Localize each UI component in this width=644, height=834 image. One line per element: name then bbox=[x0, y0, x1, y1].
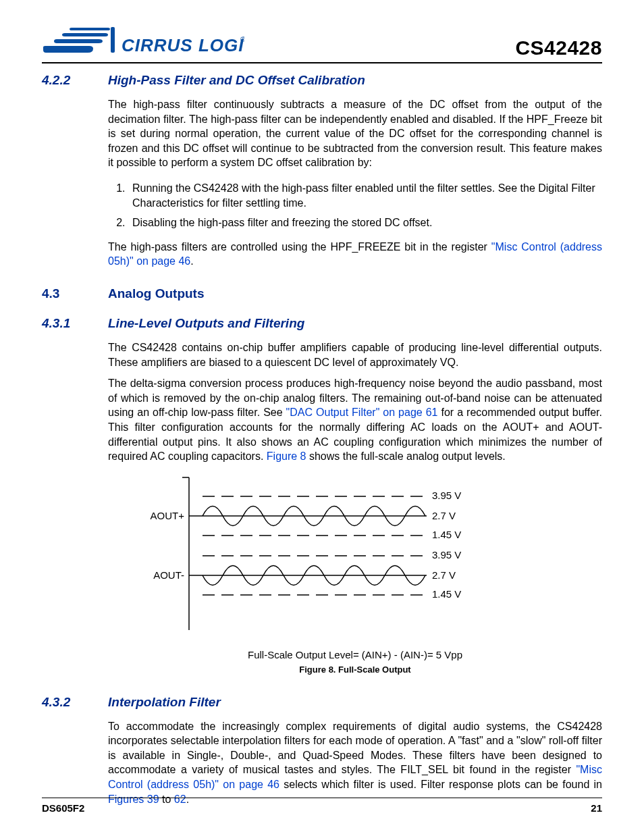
paragraph: To accommodate the increasingly complex … bbox=[108, 719, 602, 807]
page-footer: DS605F2 21 bbox=[42, 798, 602, 814]
link-figure-8[interactable]: Figure 8 bbox=[267, 450, 306, 462]
section-number: 4.3 bbox=[42, 286, 108, 301]
text: The high-pass filters are controlled usi… bbox=[108, 241, 491, 253]
section-number: 4.3.2 bbox=[42, 695, 108, 710]
figure-8: AOUT+ AOUT- 3.95 V 2.7 V 1.45 V 3.95 V 2… bbox=[108, 473, 602, 675]
label-v-top-1: 3.95 V bbox=[432, 490, 461, 501]
list-item: Running the CS42428 with the high-pass f… bbox=[128, 181, 602, 210]
text: selects which filter is used. Filter res… bbox=[279, 779, 602, 790]
figure-caption-line: Full-Scale Output Level= (AIN+) - (AIN-)… bbox=[108, 649, 602, 660]
heading-4-3: 4.3 Analog Outputs bbox=[42, 286, 602, 301]
label-v-bot-2: 1.45 V bbox=[432, 588, 461, 600]
link-dac-output-filter[interactable]: "DAC Output Filter" on page 61 bbox=[286, 407, 438, 418]
page-header: CIRRUS LOGIC ® CS42428 bbox=[42, 23, 602, 63]
cirrus-logic-logo: CIRRUS LOGIC ® bbox=[42, 23, 244, 59]
svg-text:CIRRUS LOGIC: CIRRUS LOGIC bbox=[122, 35, 244, 55]
label-v-mid-2: 2.7 V bbox=[432, 569, 456, 581]
paragraph: The high-pass filter continuously subtra… bbox=[108, 97, 602, 170]
label-aout-minus: AOUT- bbox=[153, 569, 184, 581]
heading-4-3-1: 4.3.1 Line-Level Outputs and Filtering bbox=[42, 316, 602, 331]
section-title: High-Pass Filter and DC Offset Calibrati… bbox=[108, 73, 365, 88]
ordered-list: Running the CS42428 with the high-pass f… bbox=[108, 181, 602, 230]
section-number: 4.3.1 bbox=[42, 316, 108, 331]
text: . bbox=[190, 255, 193, 267]
text: To accommodate the increasingly complex … bbox=[108, 721, 602, 776]
heading-4-2-2: 4.2.2 High-Pass Filter and DC Offset Cal… bbox=[42, 73, 602, 88]
figure-title: Figure 8. Full-Scale Output bbox=[108, 664, 602, 675]
svg-rect-0 bbox=[111, 27, 115, 53]
text: shows the full-scale analog output level… bbox=[306, 450, 506, 462]
label-v-top-2: 3.95 V bbox=[432, 549, 461, 561]
doc-id: DS605F2 bbox=[42, 802, 84, 814]
section-number: 4.2.2 bbox=[42, 73, 108, 88]
label-aout-plus: AOUT+ bbox=[151, 510, 185, 521]
heading-4-3-2: 4.3.2 Interpolation Filter bbox=[42, 695, 602, 710]
label-v-bot-1: 1.45 V bbox=[432, 529, 461, 540]
paragraph: The CS42428 contains on-chip buffer ampl… bbox=[108, 340, 602, 369]
part-number: CS42428 bbox=[515, 36, 602, 59]
paragraph: The high-pass filters are controlled usi… bbox=[108, 240, 602, 269]
svg-text:®: ® bbox=[240, 35, 244, 43]
paragraph: The delta-sigma conversion process produ… bbox=[108, 376, 602, 464]
page-number: 21 bbox=[591, 802, 602, 814]
section-title: Interpolation Filter bbox=[108, 695, 221, 710]
section-title: Analog Outputs bbox=[108, 286, 204, 301]
section-title: Line-Level Outputs and Filtering bbox=[108, 316, 304, 331]
list-item: Disabling the high-pass filter and freez… bbox=[128, 215, 602, 230]
label-v-mid-1: 2.7 V bbox=[432, 510, 456, 521]
